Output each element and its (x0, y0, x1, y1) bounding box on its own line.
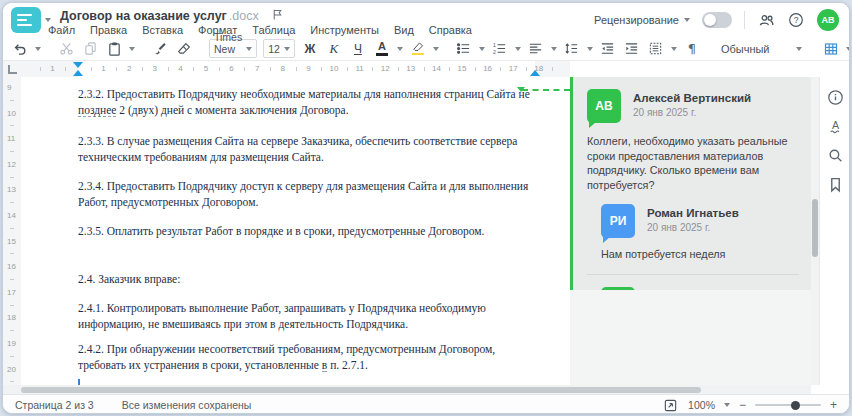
paste-caret-icon[interactable] (129, 47, 135, 51)
menu-item-7[interactable]: Справка (429, 24, 472, 36)
horizontal-scrollbar[interactable] (3, 385, 811, 394)
app-logo-icon[interactable] (11, 7, 41, 33)
font-color-icon[interactable]: А (373, 39, 391, 59)
comment-date: 20 янв 2025 г. (647, 222, 739, 233)
table-icon[interactable] (822, 39, 840, 59)
paragraph-2[interactable]: 2.3.3. В случае размещения Сайта на серв… (78, 134, 538, 165)
menu-item-0[interactable]: Файл (48, 24, 75, 36)
paragraph-settings-caret-icon[interactable] (671, 47, 677, 51)
ruler-h-number: 18 (534, 64, 543, 73)
ruler-h-number: 8 (281, 64, 285, 73)
bookmark-icon[interactable] (826, 174, 846, 194)
numbered-list-icon[interactable]: 12 (491, 39, 509, 59)
underline-button[interactable]: Ч (349, 39, 367, 59)
ruler-h-number: 1 (101, 64, 105, 73)
ruler-horizontal[interactable]: 1123456789101112131415161718 (21, 61, 570, 78)
zoom-slider-knob[interactable] (791, 401, 800, 410)
comment-item[interactable]: АВАлексей Вертинский26 май 2025 г.Роман … (601, 287, 799, 290)
comment-connector-arrow-icon (517, 87, 525, 92)
bold-button[interactable]: Ж (301, 39, 319, 59)
search-icon[interactable] (826, 145, 846, 165)
paragraph-3[interactable]: 2.3.4. Предоставить Подрядчику доступ к … (78, 179, 538, 210)
vertical-scrollbar-thumb[interactable] (812, 199, 818, 257)
flag-icon[interactable] (271, 8, 284, 24)
menu-item-6[interactable]: Вид (394, 24, 414, 36)
ruler-h-tick (91, 67, 92, 71)
help-icon[interactable]: ? (787, 10, 805, 30)
cut-icon[interactable] (57, 39, 75, 59)
numbered-list-caret-icon[interactable] (515, 47, 521, 51)
comment-thread[interactable]: АВАлексей Вертинский20 янв 2025 г.Коллег… (573, 77, 811, 290)
highlight-color-bar (412, 53, 424, 56)
users-icon[interactable] (757, 10, 775, 30)
zoom-value[interactable]: 100% (688, 399, 715, 411)
paragraph-style-combo[interactable]: Обычный (717, 43, 806, 55)
zoom-slider[interactable] (755, 404, 821, 406)
logo-menu-caret-icon[interactable] (45, 18, 51, 22)
font-color-caret-icon[interactable] (397, 47, 403, 51)
font-name-combo[interactable]: Times New ... (209, 39, 257, 58)
bullet-list-caret-icon[interactable] (479, 47, 485, 51)
format-painter-icon[interactable] (151, 39, 169, 59)
line-spacing-icon[interactable] (563, 39, 581, 59)
ruler-v-number: 9 (7, 83, 11, 92)
zoom-in-button[interactable]: + (830, 399, 837, 411)
paste-icon[interactable] (105, 39, 123, 59)
show-formatting-marks-button[interactable]: ¶ (683, 39, 701, 59)
comment-avatar-initials: АВ (595, 99, 612, 113)
undo-icon[interactable] (11, 39, 29, 59)
user-avatar[interactable]: АВ (817, 9, 839, 31)
spellcheck-icon[interactable]: А (826, 116, 846, 136)
ruler-v-number: 16 (7, 262, 16, 271)
table-caret-icon[interactable] (846, 47, 850, 51)
zoom-out-button[interactable]: − (739, 399, 746, 411)
line-spacing-caret-icon[interactable] (587, 47, 593, 51)
decrease-indent-icon[interactable] (599, 39, 617, 59)
ruler-h-tick (424, 67, 425, 71)
ruler-vertical[interactable]: 91011121314151617181920 (3, 77, 22, 385)
svg-text:?: ? (794, 15, 799, 25)
menu-item-1[interactable]: Правка (90, 24, 127, 36)
page-indicator[interactable]: Страница 2 из 3 (15, 399, 94, 411)
undo-caret-icon[interactable] (35, 47, 41, 51)
paragraph-4[interactable]: 2.3.5. Оплатить результат Работ в порядк… (78, 224, 538, 240)
highlight-caret-icon[interactable] (433, 47, 439, 51)
comment-anchor-text: позднее (78, 104, 116, 117)
paragraph-settings-icon[interactable] (647, 39, 665, 59)
review-toggle[interactable] (702, 12, 732, 28)
info-icon[interactable] (826, 87, 846, 107)
review-mode-dropdown[interactable]: Рецензирование (594, 14, 690, 26)
paragraph-5[interactable]: 2.4. Заказчик вправе: (78, 272, 538, 288)
menu-item-5[interactable]: Инструменты (310, 24, 379, 36)
zoom-caret-icon[interactable] (724, 403, 730, 407)
header-divider (744, 11, 745, 29)
horizontal-scrollbar-thumb[interactable] (21, 387, 701, 393)
copy-icon[interactable] (81, 39, 99, 59)
ruler-h-tick (449, 67, 450, 71)
comment-item[interactable]: АВАлексей Вертинский20 янв 2025 г.Коллег… (587, 89, 799, 192)
hanging-indent-marker[interactable] (73, 70, 83, 76)
increase-indent-icon[interactable] (623, 39, 641, 59)
paragraph-6[interactable]: 2.4.1. Контролировать выполнение Работ, … (78, 301, 538, 332)
font-size-combo[interactable]: 12 (263, 39, 295, 58)
highlight-icon[interactable] (409, 39, 427, 59)
align-caret-icon[interactable] (551, 47, 557, 51)
tab-stop-selector[interactable] (3, 61, 21, 78)
document-body[interactable]: 2.3.2. Предоставить Подрядчику необходим… (21, 77, 570, 385)
paragraph-7[interactable]: 2.4.2. При обнаружении несоответствий тр… (78, 342, 538, 373)
document-page[interactable]: 2.3.2. Предоставить Подрядчику необходим… (21, 77, 570, 385)
first-line-indent-marker[interactable] (73, 62, 83, 68)
paragraph-1[interactable]: 2.3.2. Предоставить Подрядчику необходим… (78, 87, 538, 118)
fit-width-icon[interactable] (661, 395, 679, 414)
comment-item[interactable]: РИРоман Игнатьев20 янв 2025 г.Нам потреб… (601, 204, 799, 262)
align-left-icon[interactable] (527, 39, 545, 59)
bullet-list-icon[interactable] (455, 39, 473, 59)
toolbar: Times New ... 12 Ж К Ч А 12 (3, 37, 849, 61)
menu-item-2[interactable]: Вставка (142, 24, 183, 36)
eraser-icon[interactable] (175, 39, 193, 59)
vertical-scrollbar[interactable] (811, 77, 819, 385)
paragraph-text: 2.3.2. Предоставить Подрядчику необходим… (78, 88, 530, 100)
ruler-v-tick (10, 253, 14, 254)
italic-button[interactable]: К (325, 39, 343, 59)
menu-item-4[interactable]: Таблица (252, 24, 295, 36)
